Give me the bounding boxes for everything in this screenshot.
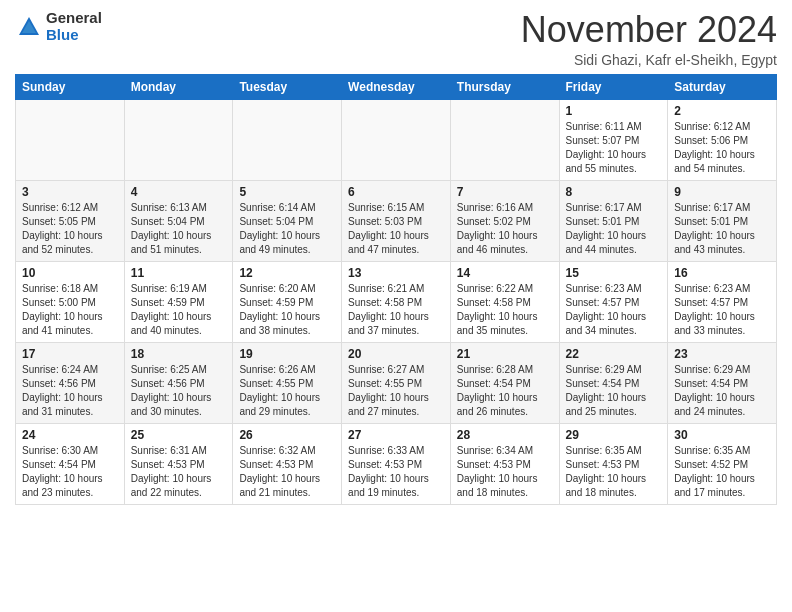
day-cell: 15Sunrise: 6:23 AMSunset: 4:57 PMDayligh…	[559, 261, 668, 342]
day-number: 18	[131, 347, 227, 361]
week-row-5: 24Sunrise: 6:30 AMSunset: 4:54 PMDayligh…	[16, 423, 777, 504]
day-header-friday: Friday	[559, 74, 668, 99]
day-cell: 8Sunrise: 6:17 AMSunset: 5:01 PMDaylight…	[559, 180, 668, 261]
day-cell: 13Sunrise: 6:21 AMSunset: 4:58 PMDayligh…	[342, 261, 451, 342]
day-info: Sunrise: 6:25 AMSunset: 4:56 PMDaylight:…	[131, 363, 227, 419]
day-number: 2	[674, 104, 770, 118]
day-number: 21	[457, 347, 553, 361]
day-cell: 21Sunrise: 6:28 AMSunset: 4:54 PMDayligh…	[450, 342, 559, 423]
day-number: 11	[131, 266, 227, 280]
day-cell: 26Sunrise: 6:32 AMSunset: 4:53 PMDayligh…	[233, 423, 342, 504]
day-cell	[450, 99, 559, 180]
day-cell: 23Sunrise: 6:29 AMSunset: 4:54 PMDayligh…	[668, 342, 777, 423]
header: General Blue November 2024 Sidi Ghazi, K…	[15, 10, 777, 68]
day-header-saturday: Saturday	[668, 74, 777, 99]
day-info: Sunrise: 6:30 AMSunset: 4:54 PMDaylight:…	[22, 444, 118, 500]
day-cell	[16, 99, 125, 180]
day-number: 8	[566, 185, 662, 199]
calendar-table: SundayMondayTuesdayWednesdayThursdayFrid…	[15, 74, 777, 505]
day-number: 30	[674, 428, 770, 442]
day-info: Sunrise: 6:22 AMSunset: 4:58 PMDaylight:…	[457, 282, 553, 338]
day-info: Sunrise: 6:33 AMSunset: 4:53 PMDaylight:…	[348, 444, 444, 500]
day-cell: 4Sunrise: 6:13 AMSunset: 5:04 PMDaylight…	[124, 180, 233, 261]
day-header-monday: Monday	[124, 74, 233, 99]
day-info: Sunrise: 6:34 AMSunset: 4:53 PMDaylight:…	[457, 444, 553, 500]
day-cell: 9Sunrise: 6:17 AMSunset: 5:01 PMDaylight…	[668, 180, 777, 261]
day-info: Sunrise: 6:31 AMSunset: 4:53 PMDaylight:…	[131, 444, 227, 500]
day-header-tuesday: Tuesday	[233, 74, 342, 99]
day-number: 6	[348, 185, 444, 199]
day-cell	[124, 99, 233, 180]
day-info: Sunrise: 6:32 AMSunset: 4:53 PMDaylight:…	[239, 444, 335, 500]
day-info: Sunrise: 6:14 AMSunset: 5:04 PMDaylight:…	[239, 201, 335, 257]
logo-text: General Blue	[46, 10, 102, 43]
day-info: Sunrise: 6:18 AMSunset: 5:00 PMDaylight:…	[22, 282, 118, 338]
day-number: 15	[566, 266, 662, 280]
day-info: Sunrise: 6:35 AMSunset: 4:53 PMDaylight:…	[566, 444, 662, 500]
day-info: Sunrise: 6:27 AMSunset: 4:55 PMDaylight:…	[348, 363, 444, 419]
day-cell: 16Sunrise: 6:23 AMSunset: 4:57 PMDayligh…	[668, 261, 777, 342]
day-info: Sunrise: 6:12 AMSunset: 5:06 PMDaylight:…	[674, 120, 770, 176]
month-title: November 2024	[521, 10, 777, 50]
day-info: Sunrise: 6:12 AMSunset: 5:05 PMDaylight:…	[22, 201, 118, 257]
day-number: 12	[239, 266, 335, 280]
page: General Blue November 2024 Sidi Ghazi, K…	[0, 0, 792, 515]
logo-general: General	[46, 10, 102, 27]
day-number: 27	[348, 428, 444, 442]
day-cell: 17Sunrise: 6:24 AMSunset: 4:56 PMDayligh…	[16, 342, 125, 423]
day-cell: 11Sunrise: 6:19 AMSunset: 4:59 PMDayligh…	[124, 261, 233, 342]
day-number: 5	[239, 185, 335, 199]
day-cell: 14Sunrise: 6:22 AMSunset: 4:58 PMDayligh…	[450, 261, 559, 342]
day-number: 26	[239, 428, 335, 442]
day-info: Sunrise: 6:20 AMSunset: 4:59 PMDaylight:…	[239, 282, 335, 338]
day-header-wednesday: Wednesday	[342, 74, 451, 99]
day-number: 23	[674, 347, 770, 361]
day-cell: 12Sunrise: 6:20 AMSunset: 4:59 PMDayligh…	[233, 261, 342, 342]
day-cell: 2Sunrise: 6:12 AMSunset: 5:06 PMDaylight…	[668, 99, 777, 180]
day-info: Sunrise: 6:35 AMSunset: 4:52 PMDaylight:…	[674, 444, 770, 500]
day-info: Sunrise: 6:17 AMSunset: 5:01 PMDaylight:…	[674, 201, 770, 257]
day-number: 9	[674, 185, 770, 199]
week-row-2: 3Sunrise: 6:12 AMSunset: 5:05 PMDaylight…	[16, 180, 777, 261]
day-number: 10	[22, 266, 118, 280]
day-info: Sunrise: 6:29 AMSunset: 4:54 PMDaylight:…	[674, 363, 770, 419]
day-cell: 27Sunrise: 6:33 AMSunset: 4:53 PMDayligh…	[342, 423, 451, 504]
day-cell: 28Sunrise: 6:34 AMSunset: 4:53 PMDayligh…	[450, 423, 559, 504]
day-info: Sunrise: 6:15 AMSunset: 5:03 PMDaylight:…	[348, 201, 444, 257]
day-info: Sunrise: 6:17 AMSunset: 5:01 PMDaylight:…	[566, 201, 662, 257]
day-info: Sunrise: 6:13 AMSunset: 5:04 PMDaylight:…	[131, 201, 227, 257]
location: Sidi Ghazi, Kafr el-Sheikh, Egypt	[521, 52, 777, 68]
day-info: Sunrise: 6:26 AMSunset: 4:55 PMDaylight:…	[239, 363, 335, 419]
day-cell: 18Sunrise: 6:25 AMSunset: 4:56 PMDayligh…	[124, 342, 233, 423]
logo: General Blue	[15, 10, 102, 43]
day-header-sunday: Sunday	[16, 74, 125, 99]
day-cell	[233, 99, 342, 180]
day-number: 20	[348, 347, 444, 361]
week-row-4: 17Sunrise: 6:24 AMSunset: 4:56 PMDayligh…	[16, 342, 777, 423]
day-cell: 25Sunrise: 6:31 AMSunset: 4:53 PMDayligh…	[124, 423, 233, 504]
day-number: 29	[566, 428, 662, 442]
day-cell	[342, 99, 451, 180]
day-number: 22	[566, 347, 662, 361]
day-cell: 5Sunrise: 6:14 AMSunset: 5:04 PMDaylight…	[233, 180, 342, 261]
day-number: 3	[22, 185, 118, 199]
day-number: 19	[239, 347, 335, 361]
day-info: Sunrise: 6:16 AMSunset: 5:02 PMDaylight:…	[457, 201, 553, 257]
day-info: Sunrise: 6:11 AMSunset: 5:07 PMDaylight:…	[566, 120, 662, 176]
day-number: 14	[457, 266, 553, 280]
day-number: 7	[457, 185, 553, 199]
day-cell: 19Sunrise: 6:26 AMSunset: 4:55 PMDayligh…	[233, 342, 342, 423]
day-number: 17	[22, 347, 118, 361]
day-cell: 6Sunrise: 6:15 AMSunset: 5:03 PMDaylight…	[342, 180, 451, 261]
day-info: Sunrise: 6:29 AMSunset: 4:54 PMDaylight:…	[566, 363, 662, 419]
day-info: Sunrise: 6:23 AMSunset: 4:57 PMDaylight:…	[674, 282, 770, 338]
day-number: 16	[674, 266, 770, 280]
day-info: Sunrise: 6:21 AMSunset: 4:58 PMDaylight:…	[348, 282, 444, 338]
day-info: Sunrise: 6:24 AMSunset: 4:56 PMDaylight:…	[22, 363, 118, 419]
day-cell: 22Sunrise: 6:29 AMSunset: 4:54 PMDayligh…	[559, 342, 668, 423]
day-cell: 20Sunrise: 6:27 AMSunset: 4:55 PMDayligh…	[342, 342, 451, 423]
title-block: November 2024 Sidi Ghazi, Kafr el-Sheikh…	[521, 10, 777, 68]
day-info: Sunrise: 6:19 AMSunset: 4:59 PMDaylight:…	[131, 282, 227, 338]
day-number: 1	[566, 104, 662, 118]
day-cell: 30Sunrise: 6:35 AMSunset: 4:52 PMDayligh…	[668, 423, 777, 504]
